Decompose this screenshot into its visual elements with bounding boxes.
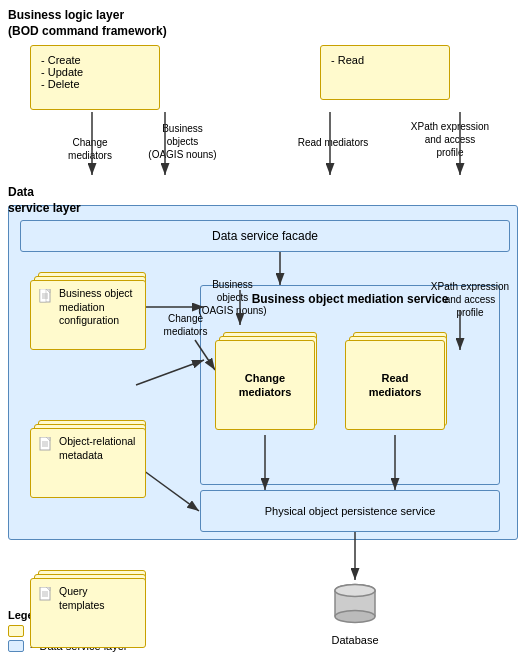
doc-icon-3 — [38, 587, 54, 607]
object-relational-metadata: Object-relational metadata — [30, 428, 150, 498]
label-change-mediators-mid: Change mediators — [158, 312, 213, 338]
change-mediators-stack: Change mediators — [215, 340, 325, 470]
label-xpath-mid: XPath expression and access profile — [430, 280, 510, 319]
svg-rect-1 — [40, 289, 46, 302]
dsf-box: Data service facade — [20, 220, 510, 252]
bll-title: Business logic layer (BOD command framew… — [8, 8, 167, 39]
bo-mediation-config: Business object mediation configuration — [30, 280, 150, 350]
pops-box: Physical object persistence service — [200, 490, 500, 532]
read-mediators-stack: Read mediators — [345, 340, 455, 470]
cm-front: Change mediators — [215, 340, 315, 430]
doc-icon-1 — [38, 289, 54, 309]
svg-point-18 — [335, 611, 375, 623]
database-label: Database — [331, 634, 378, 646]
stacked-front-b: Object-relational metadata — [30, 428, 146, 498]
bll-right-box: - Read — [320, 45, 450, 100]
dsl-title: Data service layer — [8, 185, 81, 216]
label-bo-oagis-top: Business objects (OAGIS nouns) — [145, 122, 220, 161]
legend-blue-box — [8, 640, 24, 652]
bll-left-box: - Create - Update - Delete — [30, 45, 160, 110]
stacked-front: Business object mediation configuration — [30, 280, 146, 350]
query-templates: Query templates — [30, 578, 150, 648]
label-change-mediators: Change mediators — [60, 136, 120, 162]
rm-front: Read mediators — [345, 340, 445, 430]
doc-icon-2 — [38, 437, 54, 457]
database-container: Database — [330, 580, 380, 646]
stacked-front-c: Query templates — [30, 578, 146, 648]
legend-yellow-box — [8, 625, 24, 637]
svg-point-21 — [335, 585, 375, 597]
database-icon — [330, 580, 380, 630]
label-xpath-top: XPath expression and access profile — [410, 120, 490, 159]
label-read-mediators-top: Read mediators — [293, 136, 373, 149]
